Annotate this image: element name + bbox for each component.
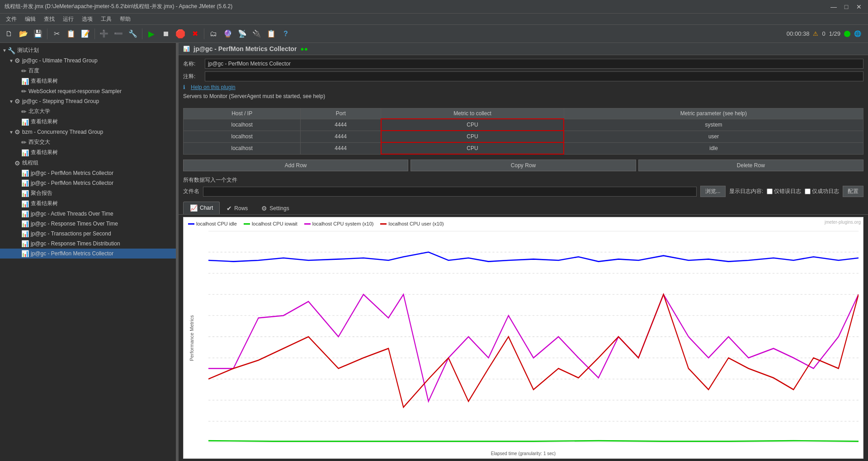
arrow-concurrency-group: ▼ bbox=[9, 130, 14, 135]
menu-find[interactable]: 查找 bbox=[40, 14, 58, 24]
separator-1 bbox=[47, 28, 47, 39]
tree-item-result-tree-1[interactable]: 📊 查看结果树 bbox=[0, 76, 176, 86]
stop-button[interactable]: ⏹ bbox=[159, 27, 173, 41]
tree-item-test-plan[interactable]: ▼ 🔧 测试计划 bbox=[0, 45, 176, 56]
label-result-tree-2: 查看结果树 bbox=[31, 118, 58, 126]
legend-item-user: localhost CPU user (x10) bbox=[380, 221, 443, 226]
delete-row-button[interactable]: Delete Row bbox=[638, 160, 863, 171]
tree-item-result-tree-3[interactable]: 📊 查看结果树 bbox=[0, 147, 176, 158]
arrow-test-plan: ▼ bbox=[2, 48, 8, 53]
tree-item-result-tree-2[interactable]: 📊 查看结果树 bbox=[0, 117, 176, 127]
close-button[interactable]: ✕ bbox=[854, 2, 863, 11]
info-icon: ℹ bbox=[183, 84, 185, 90]
chart-svg: 0 10 20 30 40 50 60 70 80 90 100 00:00:0… bbox=[208, 231, 859, 442]
browse-button[interactable]: 浏览... bbox=[700, 186, 726, 197]
warning-count: 0 bbox=[822, 30, 825, 37]
tree-item-stepping-group[interactable]: ▼ ⚙ jp@gc - Stepping Thread Group bbox=[0, 96, 176, 106]
tree-item-thread-group[interactable]: ⚙ 线程组 bbox=[0, 158, 176, 168]
progress-counter: 1/29 bbox=[829, 30, 840, 37]
tree-item-baidu[interactable]: ✏ 百度 bbox=[0, 66, 176, 76]
tree-item-ultimate-group[interactable]: ▼ ⚙ jp@gc - Ultimate Thread Group bbox=[0, 56, 176, 66]
tree-item-result-tree-4[interactable]: 📊 查看结果树 bbox=[0, 198, 176, 209]
cell-port-3: 4444 bbox=[301, 142, 381, 154]
menu-run[interactable]: 运行 bbox=[59, 14, 77, 24]
label-active-threads: jp@gc - Active Threads Over Time bbox=[31, 211, 113, 217]
start-button[interactable]: ▶ bbox=[145, 27, 158, 41]
settings-tab-icon: ⚙ bbox=[261, 205, 267, 212]
copy-row-button[interactable]: Copy Row bbox=[410, 160, 636, 171]
icon-stepping-group: ⚙ bbox=[14, 98, 20, 105]
tree-item-concurrency-group[interactable]: ▼ ⚙ bzm - Concurrency Thread Group bbox=[0, 127, 176, 137]
cell-host-3: localhost bbox=[184, 142, 301, 154]
tree-item-xianuniv[interactable]: ✏ 西安交大 bbox=[0, 137, 176, 147]
label-stepping-group: jp@gc - Stepping Thread Group bbox=[22, 98, 99, 104]
add-button[interactable]: ➕ bbox=[97, 27, 111, 41]
legend-color-user bbox=[380, 223, 387, 225]
open-button[interactable]: 📂 bbox=[17, 27, 30, 41]
stop-now-button[interactable]: 🛑 bbox=[174, 27, 187, 41]
cut-button[interactable]: ✂ bbox=[50, 27, 63, 41]
name-input[interactable] bbox=[205, 59, 863, 69]
paste-button[interactable]: 📝 bbox=[79, 27, 92, 41]
log-success-check[interactable] bbox=[805, 188, 811, 194]
tree-item-transactions[interactable]: 📊 jp@gc - Transactions per Second bbox=[0, 229, 176, 239]
tab-settings[interactable]: ⚙ Settings bbox=[255, 202, 296, 214]
tree-item-perfmon-selected[interactable]: 📊 jp@gc - PerfMon Metrics Collector bbox=[0, 249, 176, 259]
tree-item-response-times[interactable]: 📊 jp@gc - Response Times Over Time bbox=[0, 219, 176, 229]
icon-concurrency-group: ⚙ bbox=[14, 128, 20, 136]
menu-edit[interactable]: 编辑 bbox=[21, 14, 39, 24]
comment-input[interactable] bbox=[205, 71, 863, 81]
tab-rows[interactable]: ✔ Rows bbox=[220, 202, 255, 214]
tree-item-perfmon-1[interactable]: 📊 jp@gc - PerfMon Metrics Collector bbox=[0, 168, 176, 178]
maximize-button[interactable]: □ bbox=[842, 2, 851, 11]
buttons-row: Add Row Copy Row Delete Row bbox=[179, 157, 868, 174]
settings-button[interactable]: 🔧 bbox=[126, 27, 140, 41]
label-thread-group: 线程组 bbox=[22, 159, 38, 167]
tree-item-bjuniv[interactable]: ✏ 北京大学 bbox=[0, 106, 176, 117]
tree-item-perfmon-2[interactable]: 📊 jp@gc - PerfMon Metrics Collector bbox=[0, 178, 176, 188]
menu-options[interactable]: 选项 bbox=[78, 14, 96, 24]
tree-item-aggregate[interactable]: 📊 聚合报告 bbox=[0, 188, 176, 198]
name-row: 名称: bbox=[183, 59, 863, 69]
menu-file[interactable]: 文件 bbox=[2, 14, 20, 24]
legend-item-iowait: localhost CPU iowait bbox=[244, 221, 297, 226]
template-button[interactable]: 🗂 bbox=[207, 27, 220, 41]
chart-watermark: jmeter-plugins.org bbox=[825, 220, 861, 225]
label-perfmon-2: jp@gc - PerfMon Metrics Collector bbox=[31, 180, 113, 186]
log-error-checkbox[interactable]: 仅错误日志 bbox=[767, 188, 801, 195]
list-button[interactable]: 📋 bbox=[264, 27, 278, 41]
tree-item-active-threads[interactable]: 📊 jp@gc - Active Threads Over Time bbox=[0, 209, 176, 219]
remote-button[interactable]: 📡 bbox=[236, 27, 249, 41]
icon-transactions: 📊 bbox=[21, 230, 29, 237]
clear-button[interactable]: ✖ bbox=[188, 27, 202, 41]
warning-icon: ⚠ bbox=[813, 30, 818, 37]
help-button[interactable]: ? bbox=[279, 27, 292, 41]
add-row-button[interactable]: Add Row bbox=[183, 160, 408, 171]
arrow-stepping-group: ▼ bbox=[9, 99, 14, 104]
label-perfmon-selected: jp@gc - PerfMon Metrics Collector bbox=[31, 250, 113, 257]
file-name-input[interactable] bbox=[203, 187, 697, 197]
remove-button[interactable]: ➖ bbox=[112, 27, 125, 41]
save-button[interactable]: 💾 bbox=[31, 27, 45, 41]
chart-legend: localhost CPU idle localhost CPU iowait … bbox=[188, 221, 444, 226]
plugin-button[interactable]: 🔌 bbox=[250, 27, 264, 41]
minimize-button[interactable]: — bbox=[829, 2, 838, 11]
tree-item-websocket[interactable]: ✏ WebSocket request-response Sampler bbox=[0, 86, 176, 96]
wizard-button[interactable]: 🔮 bbox=[221, 27, 235, 41]
copy-button[interactable]: 📋 bbox=[64, 27, 78, 41]
icon-aggregate: 📊 bbox=[21, 190, 29, 197]
tab-chart[interactable]: 📈 Chart bbox=[183, 202, 220, 214]
log-success-checkbox[interactable]: 仅成功日志 bbox=[805, 188, 839, 195]
label-aggregate: 聚合报告 bbox=[31, 189, 52, 197]
label-result-tree-4: 查看结果树 bbox=[31, 200, 58, 207]
log-error-check[interactable] bbox=[767, 188, 773, 194]
servers-label-row: Servers to Monitor (ServerAgent must be … bbox=[183, 93, 863, 99]
table-row: localhost 4444 CPU idle bbox=[184, 142, 863, 154]
tree-item-response-dist[interactable]: 📊 jp@gc - Response Times Distribution bbox=[0, 239, 176, 249]
config-button[interactable]: 配置 bbox=[843, 186, 863, 197]
icon-response-times: 📊 bbox=[21, 220, 29, 227]
menu-tools[interactable]: 工具 bbox=[97, 14, 115, 24]
help-link[interactable]: Help on this plugin bbox=[191, 84, 236, 90]
menu-help[interactable]: 帮助 bbox=[116, 14, 134, 24]
new-button[interactable]: 🗋 bbox=[2, 27, 16, 41]
